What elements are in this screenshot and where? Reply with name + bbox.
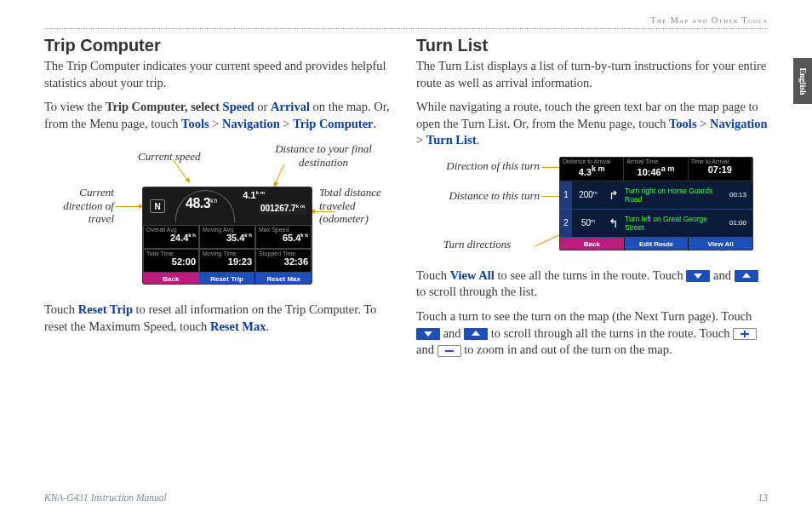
header-rule bbox=[44, 28, 768, 29]
reset-trip-button[interactable]: Reset Trip bbox=[199, 273, 255, 285]
turn-left-icon: ↰ bbox=[604, 216, 623, 230]
speed-value: 48.3k h bbox=[186, 196, 217, 211]
turn-right-icon: ↱ bbox=[604, 188, 623, 202]
reset-max-button[interactable]: Reset Max bbox=[254, 273, 312, 285]
footer-manual: KNA-G431 Instruction Manual bbox=[44, 492, 167, 503]
language-tab: English bbox=[793, 58, 812, 104]
compass-dir: N bbox=[150, 199, 165, 213]
turn-nav-path: While navigating a route, touch the gree… bbox=[416, 99, 768, 149]
label-curdir: Current direction of travel bbox=[46, 186, 114, 226]
view-all-button[interactable]: View All bbox=[688, 238, 752, 250]
turn-next-text: Touch a turn to see the turn on the map … bbox=[416, 308, 768, 359]
back-button[interactable]: Back bbox=[560, 238, 624, 250]
footer-page: 13 bbox=[758, 492, 769, 503]
turn-device: Distance to Arrival4.3k m Arrival Time10… bbox=[559, 157, 753, 250]
turn-list-heading: Turn List bbox=[416, 36, 768, 55]
turn-diagram: Direction of this turn Distance to this … bbox=[416, 157, 768, 259]
zoom-out-icon[interactable] bbox=[437, 345, 461, 357]
scroll-up-icon[interactable] bbox=[735, 270, 758, 282]
trip-computer-heading: Trip Computer bbox=[44, 36, 396, 55]
turn-intro: The Turn List displays a list of turn-by… bbox=[416, 58, 768, 91]
trip-device: N 48.3k h 4.1k m 001267.7k m Overall Avg… bbox=[142, 187, 312, 285]
scroll-down-icon[interactable] bbox=[686, 270, 710, 282]
dist-value: 4.1k m bbox=[243, 190, 265, 200]
turn-viewall-text: Touch View All to see all the turns in t… bbox=[416, 268, 768, 301]
zoom-in-icon[interactable] bbox=[733, 328, 757, 340]
trip-intro: The Trip Computer indicates your current… bbox=[44, 58, 396, 91]
trip-reset-text: Touch Reset Trip to reset all informatio… bbox=[44, 302, 396, 335]
scroll-up-icon[interactable] bbox=[464, 328, 488, 340]
odo-value: 001267.7k m bbox=[259, 203, 306, 214]
label-turn-dirs: Turn directions bbox=[443, 238, 511, 251]
trip-nav-path: To view the Trip Computer, select Speed … bbox=[44, 99, 396, 132]
turn-row[interactable]: 1 200m ↱ Turn right on Horse Guards Road… bbox=[560, 181, 752, 210]
label-dist-turn: Distance to this turn bbox=[416, 189, 540, 203]
section-header: The Map and Other Tools bbox=[650, 15, 768, 25]
label-current-speed: Current speed bbox=[138, 150, 201, 164]
label-odo: Total distance traveled (odometer) bbox=[319, 186, 396, 226]
label-dist-final: Distance to your final destination bbox=[260, 142, 387, 169]
turn-row[interactable]: 2 50m ↰ Turn left on Great George Street… bbox=[560, 210, 752, 238]
trip-diagram: Current speed Distance to your final des… bbox=[44, 140, 396, 293]
back-button[interactable]: Back bbox=[143, 273, 199, 285]
edit-route-button[interactable]: Edit Route bbox=[624, 238, 689, 250]
label-direction: Direction of this turn bbox=[416, 159, 540, 173]
scroll-down-icon[interactable] bbox=[416, 328, 440, 340]
